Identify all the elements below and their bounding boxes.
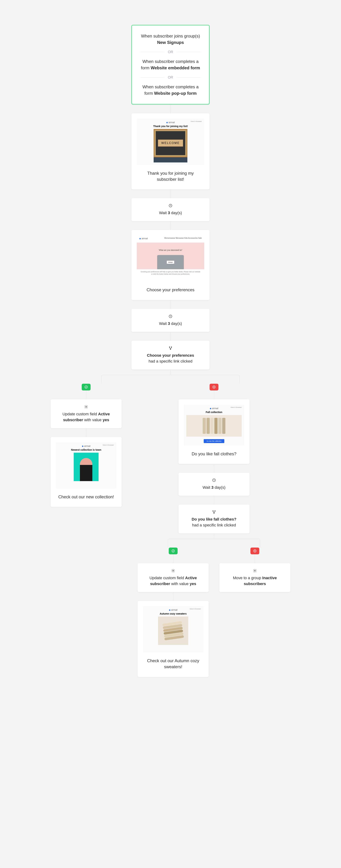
- branch-yes: Update custom field Active subscriber wi…: [50, 384, 122, 507]
- view-online: View in browser: [231, 406, 242, 408]
- no-badge: [210, 384, 218, 391]
- email-headline: Newest collection is town: [71, 448, 101, 451]
- connector: [170, 221, 171, 230]
- or-label: OR: [165, 75, 176, 80]
- email-headline: Thank you for joining my list!: [153, 125, 188, 128]
- pink-hero: What are you interested in? Always: [137, 243, 204, 269]
- clock-icon: [212, 478, 216, 482]
- action-node-update-field[interactable]: Update custom field Active subscriber wi…: [50, 399, 122, 428]
- trigger-group: New Signups: [157, 40, 184, 45]
- connector: [86, 428, 86, 437]
- cta-button: Go see the collection: [204, 439, 224, 443]
- view-online: View in browser: [103, 444, 114, 446]
- wait-node[interactable]: Wait 3 day(s): [131, 309, 210, 332]
- connector: [170, 370, 171, 375]
- svg-point-11: [214, 513, 214, 514]
- svg-point-9: [213, 510, 213, 511]
- email-preview: View in browser airmail Fall collection …: [184, 405, 244, 445]
- connector: [214, 391, 214, 399]
- view-online: View in browser: [190, 608, 201, 610]
- email-preview: View in browser airmail Newest collectio…: [56, 442, 116, 489]
- svg-point-3: [171, 347, 172, 347]
- connector: [86, 391, 86, 399]
- svg-point-12: [172, 550, 175, 552]
- email-headline: Autumn cozy sweaters: [160, 612, 187, 615]
- gear-icon: [171, 568, 175, 573]
- trigger-text: When subscriber joins group(s): [141, 34, 200, 38]
- email-node-preferences[interactable]: airmail Womenswear Menswear Kids Accesso…: [131, 230, 210, 300]
- welcome-mat-image: WELCOME: [154, 129, 187, 157]
- brand-label: airmail: [82, 445, 91, 447]
- view-online: View in browser: [191, 121, 202, 122]
- trigger-node[interactable]: When subscriber joins group(s) New Signu…: [131, 25, 210, 104]
- gear-icon: [253, 568, 257, 573]
- email-caption: Thank you for joining my subscriber list…: [131, 165, 210, 182]
- clock-icon: [168, 314, 173, 318]
- svg-point-10: [215, 510, 215, 511]
- condition-node[interactable]: Do you like fall clothes?had a specific …: [178, 504, 249, 533]
- brand-label: airmail: [210, 407, 218, 410]
- connector: [214, 464, 214, 473]
- email-caption: Check out our new collection!: [50, 489, 122, 500]
- email-node-welcome[interactable]: View in browser airmail Thank you for jo…: [131, 114, 210, 189]
- connector: [255, 554, 255, 563]
- email-caption: Check out our Autumn cozy sweaters!: [138, 652, 209, 670]
- email-node-new-collection[interactable]: View in browser airmail Newest collectio…: [50, 437, 122, 507]
- wait-node[interactable]: Wait 3 day(s): [131, 198, 210, 221]
- fall-image: [186, 415, 242, 437]
- no-badge: [250, 548, 259, 554]
- trigger-form: Website embedded form: [150, 65, 200, 70]
- connector: [170, 189, 171, 198]
- svg-point-15: [254, 570, 255, 571]
- or-label: OR: [165, 50, 176, 54]
- branch-no: View in browser airmail Fall collection …: [138, 384, 291, 677]
- email-caption: Do you like fall clothes?: [178, 445, 249, 457]
- email-preview: airmail Womenswear Menswear Kids Accesso…: [137, 235, 204, 281]
- svg-point-4: [170, 349, 171, 349]
- gear-icon: [84, 405, 88, 409]
- condition-node[interactable]: Choose your preferenceshad a specific li…: [131, 341, 210, 370]
- email-headline: Fall collection: [206, 411, 222, 413]
- split-lines: [168, 539, 260, 548]
- sub-branch-yes: Update custom field Active subscriber wi…: [138, 548, 209, 677]
- svg-point-6: [86, 406, 87, 407]
- trigger-form: Website pop-up form: [154, 91, 197, 96]
- email-question: What are you interested in?: [159, 249, 182, 251]
- svg-point-5: [85, 386, 88, 388]
- wait-node[interactable]: Wait 3 day(s): [178, 473, 249, 496]
- connector: [173, 592, 173, 601]
- split-icon: [212, 510, 216, 514]
- svg-point-2: [169, 347, 170, 347]
- email-preview: View in browser airmail Thank you for jo…: [137, 119, 204, 165]
- email-node-sweaters[interactable]: View in browser airmail Autumn cozy swea…: [138, 601, 209, 677]
- sub-branch-no: Move to a group Inactive subscribers: [219, 548, 291, 677]
- brand-label: airmail: [139, 237, 148, 240]
- email-preview: View in browser airmail Autumn cozy swea…: [143, 606, 203, 652]
- connector: [170, 332, 171, 341]
- split-icon: [168, 346, 173, 350]
- sweater-image: [158, 617, 188, 645]
- action-node-move-group[interactable]: Move to a group Inactive subscribers: [219, 563, 291, 592]
- connector: [170, 104, 171, 114]
- svg-point-13: [173, 570, 174, 571]
- split-lines: [101, 375, 240, 384]
- email-description: Knowing your preferences will help us gi…: [137, 271, 204, 275]
- yes-badge: [169, 548, 178, 554]
- connector: [214, 496, 214, 504]
- email-caption: Choose your preferences: [131, 281, 210, 293]
- connector: [173, 554, 173, 563]
- yes-badge: [82, 384, 91, 391]
- brand-label: airmail: [166, 121, 175, 124]
- brand-label: airmail: [169, 609, 177, 611]
- collection-image: [74, 453, 99, 481]
- connector: [170, 300, 171, 309]
- email-node-fall[interactable]: View in browser airmail Fall collection …: [178, 399, 249, 464]
- nav-links: Womenswear Menswear Kids Accessories Sal…: [164, 237, 202, 239]
- action-node-update-field[interactable]: Update custom field Active subscriber wi…: [138, 563, 209, 592]
- legs-image: [154, 157, 187, 162]
- connector: [214, 533, 214, 539]
- clock-icon: [168, 204, 173, 208]
